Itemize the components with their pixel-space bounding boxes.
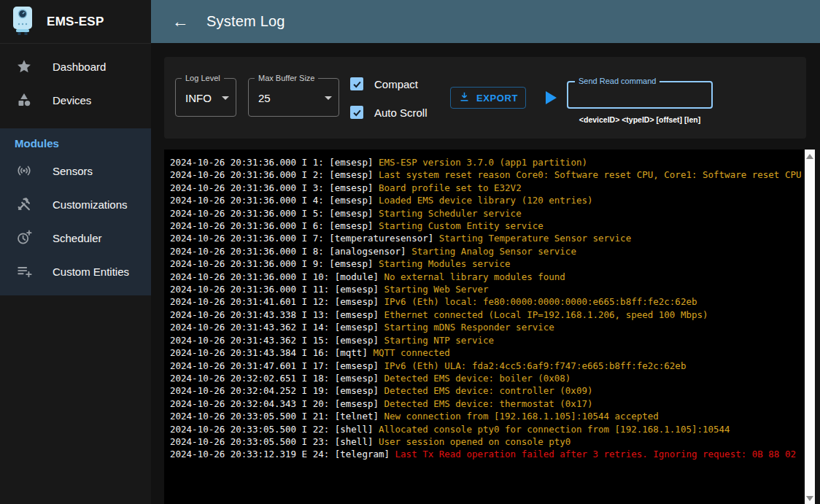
sidebar-item-dashboard[interactable]: Dashboard (0, 50, 151, 83)
send-command-play-button[interactable] (546, 91, 557, 104)
sidebar: EMS-ESP DashboardDevices Modules Sensors… (0, 0, 151, 504)
log-line: 2024-10-26 20:31:36.000 I 1: [emsesp] EM… (170, 156, 815, 168)
log-line: 2024-10-26 20:31:36.000 I 10: [module] N… (170, 271, 815, 283)
log-line: 2024-10-26 20:31:43.362 I 14: [emsesp] S… (170, 321, 815, 333)
modules-section-header: Modules (0, 128, 151, 154)
log-line: 2024-10-26 20:33:12.319 E 24: [telegram]… (170, 448, 815, 460)
log-line: 2024-10-26 20:33:05.500 I 23: [shell] Us… (170, 435, 815, 448)
checkbox-checked-icon (350, 77, 363, 90)
modules-nav: SensorsCustomizationsSchedulerCustom Ent… (0, 154, 151, 288)
compact-checkbox-label: Compact (374, 78, 418, 90)
max-buffer-size-select[interactable]: Max Buffer Size 25 (248, 78, 339, 117)
chevron-down-icon (222, 96, 229, 100)
log-line: 2024-10-26 20:31:36.000 I 3: [emsesp] Bo… (170, 182, 815, 194)
sidebar-item-label: Customizations (53, 198, 128, 211)
sidebar-item-label: Scheduler (53, 232, 102, 244)
sidebar-item-label: Sensors (53, 165, 93, 177)
app-title: EMS-ESP (47, 15, 104, 29)
sidebar-item-label: Custom Entities (53, 265, 129, 278)
log-line: 2024-10-26 20:31:36.000 I 5: [emsesp] St… (170, 207, 815, 220)
sidebar-item-label: Dashboard (53, 61, 106, 73)
modules-section: Modules SensorsCustomizationsSchedulerCu… (0, 128, 151, 295)
send-read-command-input[interactable] (568, 82, 711, 107)
sidebar-item-sensors[interactable]: Sensors (0, 154, 151, 187)
sidebar-item-scheduler[interactable]: Scheduler (0, 221, 151, 255)
ems-esp-app: EMS-ESP DashboardDevices Modules Sensors… (0, 0, 820, 504)
export-button-label: EXPORT (476, 93, 518, 104)
chevron-down-icon (325, 96, 332, 100)
log-line: 2024-10-26 20:31:36.000 I 11: [emsesp] S… (170, 283, 815, 295)
log-level-value: INFO (185, 91, 212, 104)
log-line: 2024-10-26 20:31:47.601 I 17: [emsesp] I… (170, 360, 815, 372)
scroll-down-icon[interactable] (806, 496, 813, 501)
log-line: 2024-10-26 20:32:04.252 I 19: [emsesp] D… (170, 384, 815, 397)
page-title: System Log (206, 13, 285, 30)
log-line: 2024-10-26 20:31:36.000 I 8: [analogsens… (170, 245, 815, 257)
appbar: ← System Log (151, 0, 820, 43)
log-line: 2024-10-26 20:32:02.651 I 18: [emsesp] D… (170, 372, 815, 384)
compact-checkbox[interactable]: Compact (350, 76, 418, 92)
category-icon (15, 91, 33, 109)
log-level-select[interactable]: Log Level INFO (175, 78, 236, 117)
sidebar-item-devices[interactable]: Devices (0, 83, 151, 117)
auto-scroll-checkbox[interactable]: Auto Scroll (350, 104, 428, 120)
back-button[interactable]: ← (170, 13, 190, 30)
boiler-logo-icon (10, 5, 35, 39)
log-line: 2024-10-26 20:31:43.384 I 16: [mqtt] MQT… (170, 346, 815, 359)
system-log-console: 2024-10-26 20:31:36.000 I 1: [emsesp] EM… (164, 150, 815, 504)
download-icon (458, 90, 471, 105)
console-scrollbar[interactable] (805, 150, 815, 504)
auto-scroll-checkbox-label: Auto Scroll (374, 106, 428, 119)
log-toolbar: Log Level INFO Max Buffer Size 25 Compac… (164, 57, 806, 139)
log-lines: 2024-10-26 20:31:36.000 I 1: [emsesp] EM… (164, 150, 815, 461)
log-line: 2024-10-26 20:33:05.500 I 21: [telnet] N… (170, 410, 815, 422)
log-line: 2024-10-26 20:31:36.000 I 4: [emsesp] Lo… (170, 194, 815, 206)
log-line: 2024-10-26 20:31:36.000 I 2: [emsesp] La… (170, 168, 815, 181)
log-line: 2024-10-26 20:33:05.500 I 22: [shell] Al… (170, 423, 815, 435)
send-read-command-field: Send Read command (567, 81, 713, 109)
log-line: 2024-10-26 20:31:36.000 I 7: [temperatur… (170, 232, 815, 244)
playlist-add-icon (15, 263, 33, 280)
construction-icon (15, 195, 33, 213)
app-logo[interactable]: EMS-ESP (0, 0, 151, 44)
sidebar-item-custom-entities[interactable]: Custom Entities (0, 255, 151, 288)
log-line: 2024-10-26 20:32:04.343 I 20: [emsesp] D… (170, 398, 815, 410)
star-icon (15, 58, 33, 75)
wifi-tethering-icon (15, 162, 33, 179)
log-line: 2024-10-26 20:31:43.362 I 15: [emsesp] S… (170, 334, 815, 346)
log-line: 2024-10-26 20:31:41.601 I 12: [emsesp] I… (170, 295, 815, 308)
export-button[interactable]: EXPORT (450, 87, 526, 109)
log-line: 2024-10-26 20:31:43.338 I 13: [emsesp] E… (170, 309, 815, 321)
sidebar-item-label: Devices (53, 94, 91, 106)
send-read-command-hint: <deviceID> <typeID> [offset] [len] (562, 115, 718, 124)
checkbox-checked-icon (350, 106, 363, 119)
max-buffer-size-label: Max Buffer Size (255, 74, 318, 82)
scroll-up-icon[interactable] (806, 154, 813, 159)
max-buffer-size-value: 25 (258, 91, 271, 104)
log-level-label: Log Level (182, 74, 224, 82)
log-line: 2024-10-26 20:31:36.000 I 9: [emsesp] St… (170, 257, 815, 270)
log-line: 2024-10-26 20:31:36.000 I 6: [emsesp] St… (170, 220, 815, 232)
sidebar-nav: DashboardDevices (0, 44, 151, 123)
more-time-icon (15, 229, 33, 247)
sidebar-item-customizations[interactable]: Customizations (0, 187, 151, 221)
